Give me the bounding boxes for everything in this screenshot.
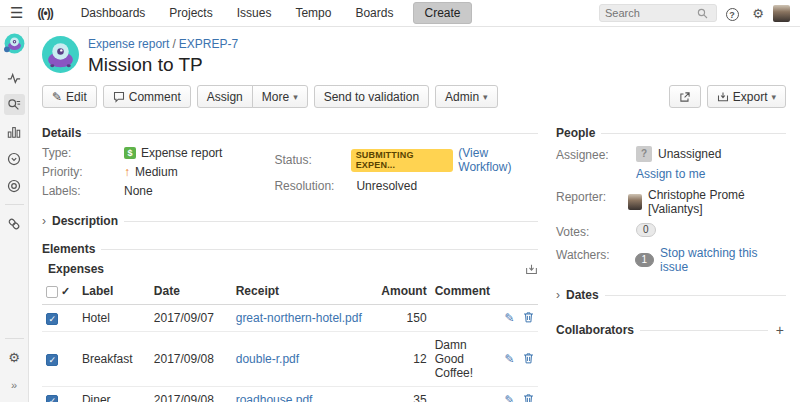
nav-item-dashboards[interactable]: Dashboards [71, 2, 156, 24]
description-section-header[interactable]: › Description [42, 214, 538, 228]
expense-comment: Damn Good Coffee! [431, 332, 494, 387]
details-section-header: Details [42, 126, 538, 140]
sidebar-reports-icon[interactable] [4, 121, 25, 142]
column-header-amount: Amount [377, 278, 430, 305]
watchers-badge[interactable]: 1 [635, 253, 655, 267]
unassigned-avatar-icon: ? [636, 146, 652, 162]
expenses-heading: Expenses [48, 262, 104, 276]
delete-expense-trash-icon[interactable] [523, 352, 534, 366]
details-heading: Details [42, 126, 81, 140]
more-button[interactable]: More▾ [252, 85, 308, 108]
view-workflow-link[interactable]: (View Workflow) [458, 146, 538, 174]
add-collaborator-button[interactable]: + [774, 322, 786, 338]
expense-label: Breakfast [78, 332, 150, 387]
project-avatar [42, 36, 79, 73]
nav-item-boards[interactable]: Boards [345, 2, 403, 24]
chevron-right-icon: › [42, 214, 46, 228]
issue-main-column: Details Type: $Expense report Priority: … [42, 118, 552, 402]
sidebar-activity-icon[interactable] [4, 67, 25, 88]
reporter-label: Reporter: [556, 188, 628, 204]
priority-value: Medium [135, 165, 178, 179]
resolution-value: Unresolved [356, 179, 417, 193]
breadcrumb-issue-link[interactable]: EXPREP-7 [179, 37, 238, 51]
settings-gear-icon[interactable]: ⚙ [747, 6, 769, 21]
details-fields: Type: $Expense report Priority: ↑Medium … [42, 146, 538, 198]
expense-receipt-link[interactable]: great-northern-hotel.pdf [236, 311, 362, 325]
expense-comment [431, 387, 494, 402]
search-box[interactable] [599, 4, 717, 22]
sidebar-components-icon[interactable] [4, 175, 25, 196]
sidebar-search-issues-icon[interactable] [4, 94, 25, 115]
sidebar-settings-gear-icon[interactable]: ⚙ [4, 347, 25, 368]
chevron-right-icon: › [556, 288, 560, 302]
expense-receipt-link[interactable]: double-r.pdf [236, 352, 299, 366]
nav-item-tempo[interactable]: Tempo [285, 2, 341, 24]
column-header-date: Date [150, 278, 232, 305]
search-icon [697, 8, 708, 19]
breadcrumb: Expense report/EXPREP-7 [88, 37, 238, 51]
issue-side-column: People Assignee: ? Unassigned Assign to … [552, 118, 786, 402]
labels-label: Labels: [42, 184, 124, 198]
row-select-checkbox[interactable] [46, 395, 58, 402]
export-button[interactable]: Export▾ [707, 85, 786, 108]
user-avatar[interactable] [773, 5, 790, 22]
stop-watching-link[interactable]: Stop watching this issue [660, 246, 786, 274]
expense-receipt-link[interactable]: roadhouse.pdf [236, 393, 313, 402]
sidebar-project-avatar[interactable] [4, 33, 25, 54]
assignee-row: Assignee: ? Unassigned Assign to me [556, 146, 786, 181]
collaborators-section-header: Collaborators + [556, 322, 786, 338]
expense-comment [431, 305, 494, 332]
export-download-icon [717, 91, 729, 103]
column-header-receipt: Receipt [232, 278, 378, 305]
app-logo-broadcast-icon[interactable]: ((•)) [37, 6, 52, 20]
expenses-export-icon[interactable] [525, 263, 538, 276]
delete-expense-trash-icon[interactable] [523, 311, 534, 325]
delete-expense-trash-icon[interactable] [523, 393, 534, 402]
expense-table-row: Breakfast 2017/09/08 double-r.pdf 12 Dam… [42, 332, 538, 387]
sidebar-releases-clock-icon[interactable] [4, 148, 25, 169]
row-select-checkbox[interactable] [46, 354, 58, 366]
nav-item-issues[interactable]: Issues [227, 2, 282, 24]
sidebar-divider [5, 204, 24, 205]
column-header-label: Label [78, 278, 150, 305]
admin-button[interactable]: Admin▾ [435, 85, 498, 108]
sidebar-bottom-divider [5, 338, 24, 339]
sidebar-expand-icon[interactable]: » [4, 374, 25, 395]
collaborators-heading: Collaborators [556, 323, 634, 337]
edit-expense-pencil-icon[interactable]: ✎ [505, 352, 515, 366]
share-icon [679, 91, 691, 103]
expense-date: 2017/09/08 [150, 332, 232, 387]
expense-report-type-icon: $ [124, 147, 136, 159]
nav-item-projects[interactable]: Projects [159, 2, 222, 24]
pencil-icon: ✎ [52, 90, 62, 104]
search-input[interactable] [605, 7, 697, 19]
assign-to-me-link[interactable]: Assign to me [636, 167, 705, 181]
edit-expense-pencil-icon[interactable]: ✎ [505, 311, 515, 325]
expense-table-row: Hotel 2017/09/07 great-northern-hotel.pd… [42, 305, 538, 332]
expense-table-row: Diner 2017/09/08 roadhouse.pdf 35 ✎ [42, 387, 538, 402]
comment-button[interactable]: Comment [103, 85, 191, 108]
people-heading: People [556, 126, 595, 140]
top-nav: ☰ ((•)) Dashboards Projects Issues Tempo… [0, 0, 800, 27]
assignee-value: Unassigned [658, 147, 721, 161]
help-icon[interactable]: ? [721, 5, 743, 21]
dates-section-header[interactable]: › Dates [556, 288, 786, 302]
edit-expense-pencil-icon[interactable]: ✎ [505, 393, 515, 402]
send-to-validation-button[interactable]: Send to validation [314, 85, 429, 108]
edit-button[interactable]: ✎Edit [42, 85, 97, 108]
expense-amount: 12 [377, 332, 430, 387]
expense-amount: 150 [377, 305, 430, 332]
create-button[interactable]: Create [413, 2, 471, 24]
sidebar-links-icon[interactable] [4, 213, 25, 234]
breadcrumb-project-link[interactable]: Expense report [88, 37, 169, 51]
share-button[interactable] [669, 85, 701, 108]
row-select-checkbox[interactable] [46, 313, 58, 325]
votes-badge[interactable]: 0 [636, 223, 656, 237]
select-all-checkbox[interactable] [46, 286, 58, 298]
breadcrumb-separator: / [172, 37, 175, 51]
labels-value: None [124, 184, 153, 198]
assign-button[interactable]: Assign [197, 85, 253, 108]
menu-hamburger-icon[interactable]: ☰ [10, 4, 23, 22]
expense-label: Diner [78, 387, 150, 402]
issue-view: Expense report/EXPREP-7 Mission to TP ✎E… [29, 27, 800, 402]
